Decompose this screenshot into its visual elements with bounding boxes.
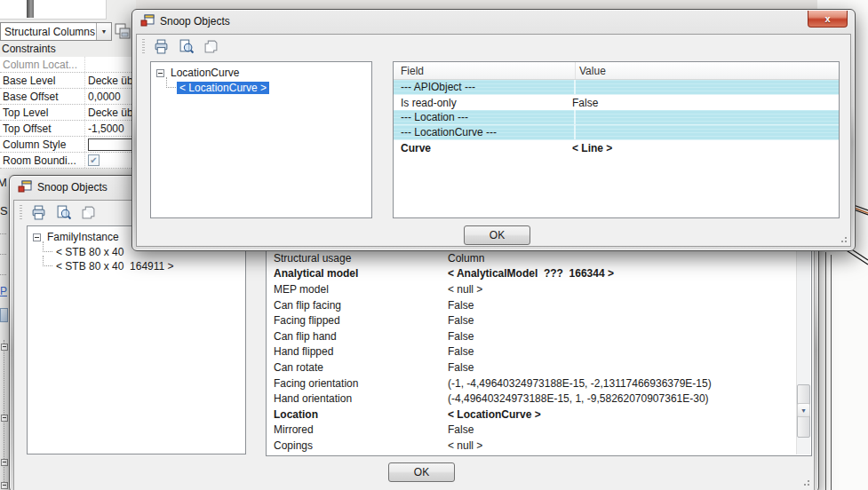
field-row[interactable]: MEP model< null >: [267, 281, 796, 297]
type-selector[interactable]: Structural Columns ▼: [0, 22, 112, 41]
tree-child-label[interactable]: < STB 80 x 40 164911 >: [53, 260, 177, 273]
tree-item[interactable]: < STB 80 x 40 164911 >: [43, 258, 245, 273]
field-row[interactable]: Structural usageColumn: [267, 250, 796, 266]
field-name: --- APIObject ---: [394, 81, 569, 93]
property-row[interactable]: Base Offset0,0000: [0, 89, 135, 105]
field-name: Can flip hand: [267, 330, 444, 343]
edit-type-icon[interactable]: [114, 22, 131, 40]
property-row[interactable]: Room Boundi...✔: [0, 153, 135, 169]
field-name: Is read-only: [394, 97, 569, 109]
field-name: Can rotate: [267, 361, 444, 374]
chevron-down-icon[interactable]: ▼: [96, 23, 111, 40]
property-row[interactable]: Column Locat...: [0, 57, 135, 73]
copy-icon[interactable]: [202, 37, 219, 55]
tree-child-label[interactable]: < LocationCurve >: [177, 82, 269, 94]
print-icon[interactable]: [152, 37, 170, 55]
checkbox-checked[interactable]: ✔: [88, 154, 100, 166]
app-form-icon: [18, 180, 32, 194]
tree-child-label[interactable]: < STB 80 x 40: [53, 246, 126, 258]
type-selector-value: Structural Columns: [1, 26, 96, 38]
field-name: Can flip facing: [267, 299, 444, 312]
tree-expander-fragment[interactable]: [1, 482, 8, 489]
tree-root[interactable]: LocationCurve: [156, 66, 371, 80]
field-row[interactable]: Can rotateFalse: [267, 360, 796, 375]
property-row[interactable]: Base LevelDecke üb: [0, 73, 135, 89]
field-value: < null >: [444, 439, 796, 452]
tree-root-label[interactable]: FamilyInstance: [44, 231, 122, 243]
field-name: Mirrored: [267, 423, 444, 436]
property-value[interactable]: 0,0000: [84, 89, 135, 104]
constraints-section-header[interactable]: Constraints: [0, 43, 136, 57]
tree-expander-fragment[interactable]: [1, 415, 8, 422]
section-row[interactable]: --- Location ---: [394, 110, 839, 125]
field-row[interactable]: Copings< null >: [267, 438, 796, 454]
column-symbol: [27, 0, 34, 18]
field-row[interactable]: Facing flippedFalse: [267, 312, 796, 328]
property-value[interactable]: [84, 137, 135, 152]
print-preview-icon[interactable]: [54, 203, 72, 221]
clipped-left-panels: M S P: [0, 175, 9, 490]
collapse-icon[interactable]: [33, 233, 41, 241]
property-value[interactable]: Decke üb: [84, 73, 135, 88]
section-row[interactable]: --- APIObject ---: [394, 80, 839, 95]
toolbar-grip[interactable]: [20, 205, 22, 219]
field-row[interactable]: Location< LocationCurve >: [267, 407, 796, 423]
tree-connector: [43, 256, 52, 266]
toolbar: [137, 35, 850, 58]
ok-button-back[interactable]: OK: [388, 462, 455, 482]
property-value[interactable]: ✔: [84, 153, 135, 168]
edge-fragment-p-link[interactable]: P: [0, 285, 7, 297]
tree-root-label[interactable]: LocationCurve: [168, 67, 242, 79]
constraints-rows: Column Locat...Base LevelDecke übBase Of…: [0, 57, 135, 169]
property-row[interactable]: Column Style: [0, 137, 135, 153]
collapse-icon[interactable]: [156, 69, 164, 77]
field-name: --- LocationCurve ---: [394, 126, 569, 138]
resize-grip[interactable]: [800, 477, 810, 486]
column-header-field[interactable]: Field: [394, 62, 576, 79]
toolbar-grip[interactable]: [142, 39, 145, 53]
tree-connector: [166, 77, 176, 88]
field-row[interactable]: Is read-onlyFalse: [394, 95, 839, 110]
property-value[interactable]: -1,5000: [84, 121, 135, 136]
scroll-down-icon[interactable]: ▼: [797, 403, 810, 417]
field-row[interactable]: Hand orientation(-4,49640324973188E-15, …: [267, 391, 796, 407]
column-gap: [574, 80, 576, 94]
edge-button-fragment[interactable]: [0, 308, 8, 322]
column-header-value[interactable]: Value: [576, 65, 606, 77]
field-value: False: [444, 361, 796, 374]
field-row[interactable]: Can flip facingFalse: [267, 297, 796, 313]
print-preview-icon[interactable]: [177, 37, 195, 55]
section-row[interactable]: --- LocationCurve ---: [394, 125, 839, 140]
field-row[interactable]: Hand flippedFalse: [267, 344, 796, 360]
property-edit-field[interactable]: [88, 138, 132, 151]
tree-expander-fragment[interactable]: [1, 344, 8, 351]
property-value[interactable]: [84, 57, 135, 72]
field-row[interactable]: Can flip handFalse: [267, 328, 796, 344]
client-area: LocationCurve < LocationCurve > Field Va…: [136, 34, 851, 247]
close-button[interactable]: x: [808, 11, 848, 28]
property-row[interactable]: Top LevelDecke üb: [0, 105, 135, 121]
field-value: False: [444, 423, 796, 436]
field-row[interactable]: Facing orientation(-1, -4,49640324973188…: [267, 375, 796, 391]
field-value: (-1, -4,49640324973188E-15, -2,131174669…: [444, 377, 796, 390]
row-divider-fragment: [0, 233, 6, 234]
property-value[interactable]: Decke üb: [84, 105, 135, 120]
copy-icon[interactable]: [79, 203, 97, 221]
field-row[interactable]: MirroredFalse: [267, 423, 796, 439]
field-name: Facing orientation: [267, 377, 444, 390]
tree-expander-fragment[interactable]: [1, 459, 8, 466]
field-name: Hand flipped: [267, 345, 444, 358]
resize-grip[interactable]: [838, 233, 848, 243]
field-row[interactable]: Curve< Line >: [394, 140, 839, 155]
field-value: < Line >: [569, 142, 839, 154]
window-title: Snoop Objects: [37, 181, 108, 194]
vertical-scrollbar[interactable]: ▲ ▼: [796, 227, 810, 454]
property-row[interactable]: Top Offset-1,5000: [0, 121, 135, 137]
print-icon[interactable]: [29, 203, 47, 221]
field-row[interactable]: Analytical model< AnalyticalModel ??? 16…: [267, 266, 796, 282]
column-gap: [574, 110, 576, 124]
field-value: Column: [444, 252, 796, 265]
ok-button-front[interactable]: OK: [464, 225, 530, 245]
tree-item-selected[interactable]: < LocationCurve >: [166, 80, 371, 94]
titlebar[interactable]: Snoop Objects: [132, 10, 855, 33]
